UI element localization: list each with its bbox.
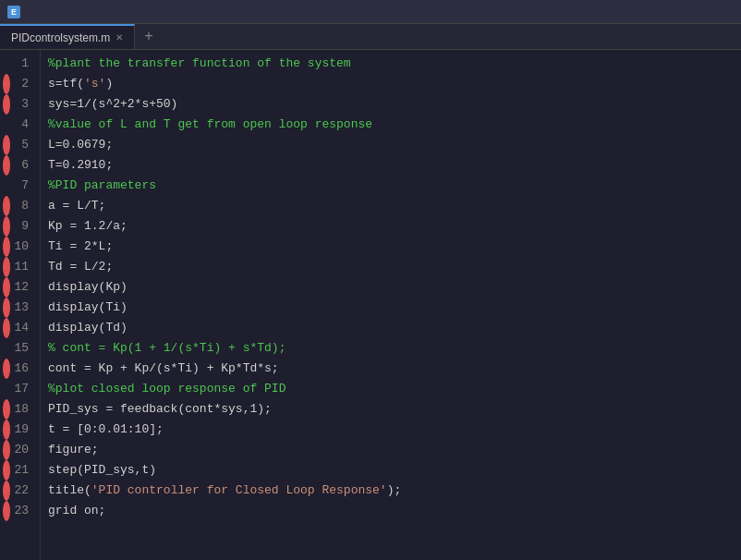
breakpoint-slot[interactable]: [0, 298, 13, 318]
tab-add[interactable]: +: [135, 24, 163, 49]
breakpoint-dot: [3, 94, 10, 115]
breakpoint-slot[interactable]: [0, 379, 13, 399]
breakpoint-dot: [3, 237, 10, 257]
breakpoint-gutter: [0, 50, 13, 560]
code-line: grid on;: [48, 501, 741, 521]
line-number: 5: [13, 135, 34, 155]
breakpoint-slot[interactable]: [0, 216, 13, 237]
breakpoint-slot[interactable]: [0, 94, 13, 115]
breakpoint-slot[interactable]: [0, 501, 13, 521]
line-number: 2: [13, 74, 34, 94]
code-line: figure;: [48, 440, 741, 460]
code-line: cont = Kp + Kp/(s*Ti) + Kp*Td*s;: [48, 359, 741, 379]
breakpoint-slot[interactable]: [0, 257, 13, 277]
breakpoint-slot[interactable]: [0, 196, 13, 216]
breakpoint-slot[interactable]: [0, 359, 13, 379]
code-line: step(PID_sys,t): [48, 460, 741, 481]
line-number: 7: [13, 176, 34, 196]
line-number: 14: [13, 318, 34, 338]
code-line: %plot closed loop response of PID: [48, 379, 741, 399]
breakpoint-dot: [3, 257, 10, 277]
code-line: display(Td): [48, 318, 741, 338]
breakpoint-slot[interactable]: [0, 460, 13, 481]
code-line: PID_sys = feedback(cont*sys,1);: [48, 399, 741, 420]
line-number: 23: [13, 501, 34, 521]
code-line: s=tf('s'): [48, 74, 741, 94]
line-number: 22: [13, 481, 34, 501]
breakpoint-slot[interactable]: [0, 74, 13, 94]
breakpoint-dot: [3, 440, 10, 460]
code-line: Ti = 2*L;: [48, 237, 741, 257]
breakpoint-dot: [3, 298, 10, 318]
code-line: %PID parameters: [48, 176, 741, 196]
line-number: 8: [13, 196, 34, 216]
breakpoint-slot[interactable]: [0, 318, 13, 338]
code-line: % cont = Kp(1 + 1/(s*Ti) + s*Td);: [48, 338, 741, 359]
line-number: 13: [13, 298, 34, 318]
breakpoint-slot[interactable]: [0, 440, 13, 460]
editor-icon: E: [7, 6, 20, 18]
code-line: %value of L and T get from open loop res…: [48, 115, 741, 135]
breakpoint-slot[interactable]: [0, 237, 13, 257]
breakpoint-dot: [3, 196, 10, 216]
code-line: %plant the transfer function of the syst…: [48, 54, 741, 74]
line-number: 19: [13, 420, 34, 440]
code-line: t = [0:0.01:10];: [48, 420, 741, 440]
line-number: 1: [13, 54, 34, 74]
breakpoint-dot: [3, 216, 10, 237]
breakpoint-dot: [3, 359, 10, 379]
code-line: T=0.2910;: [48, 155, 741, 176]
line-number-gutter: 1234567891011121314151617181920212223: [13, 50, 41, 560]
breakpoint-dot: [3, 277, 10, 298]
line-number: 4: [13, 115, 34, 135]
breakpoint-slot[interactable]: [0, 420, 13, 440]
breakpoint-slot[interactable]: [0, 155, 13, 176]
breakpoint-dot: [3, 481, 10, 501]
breakpoint-slot[interactable]: [0, 54, 13, 74]
line-number: 6: [13, 155, 34, 176]
line-number: 16: [13, 359, 34, 379]
line-number: 15: [13, 338, 34, 359]
line-number: 9: [13, 216, 34, 237]
breakpoint-dot: [3, 399, 10, 420]
line-number: 17: [13, 379, 34, 399]
code-line: a = L/T;: [48, 196, 741, 216]
breakpoint-slot[interactable]: [0, 338, 13, 359]
breakpoint-slot[interactable]: [0, 115, 13, 135]
breakpoint-dot: [3, 420, 10, 440]
line-number: 11: [13, 257, 34, 277]
title-bar: E: [0, 0, 741, 24]
breakpoint-dot: [3, 155, 10, 176]
tab-bar: PIDcontrolsystem.m ✕ +: [0, 24, 741, 50]
breakpoint-dot: [3, 135, 10, 155]
line-number: 12: [13, 277, 34, 298]
breakpoint-dot: [3, 318, 10, 338]
breakpoint-dot: [3, 460, 10, 481]
code-line: L=0.0679;: [48, 135, 741, 155]
breakpoint-slot[interactable]: [0, 481, 13, 501]
line-number: 20: [13, 440, 34, 460]
code-line: sys=1/(s^2+2*s+50): [48, 94, 741, 115]
code-line: display(Ti): [48, 298, 741, 318]
tab-pidcontrolsystem[interactable]: PIDcontrolsystem.m ✕: [0, 24, 135, 49]
breakpoint-slot[interactable]: [0, 399, 13, 420]
code-content[interactable]: %plant the transfer function of the syst…: [41, 50, 741, 560]
line-number: 21: [13, 460, 34, 481]
breakpoint-slot[interactable]: [0, 277, 13, 298]
breakpoint-slot[interactable]: [0, 135, 13, 155]
line-number: 3: [13, 94, 34, 115]
code-line: Kp = 1.2/a;: [48, 216, 741, 237]
breakpoint-dot: [3, 74, 10, 94]
breakpoint-slot[interactable]: [0, 176, 13, 196]
editor-area: 1234567891011121314151617181920212223 %p…: [0, 50, 741, 560]
line-number: 18: [13, 399, 34, 420]
code-line: Td = L/2;: [48, 257, 741, 277]
breakpoint-dot: [3, 501, 10, 521]
code-line: title('PID controller for Closed Loop Re…: [48, 481, 741, 501]
tab-close-icon[interactable]: ✕: [115, 32, 123, 43]
line-number: 10: [13, 237, 34, 257]
code-line: display(Kp): [48, 277, 741, 298]
tab-label: PIDcontrolsystem.m: [11, 31, 110, 44]
